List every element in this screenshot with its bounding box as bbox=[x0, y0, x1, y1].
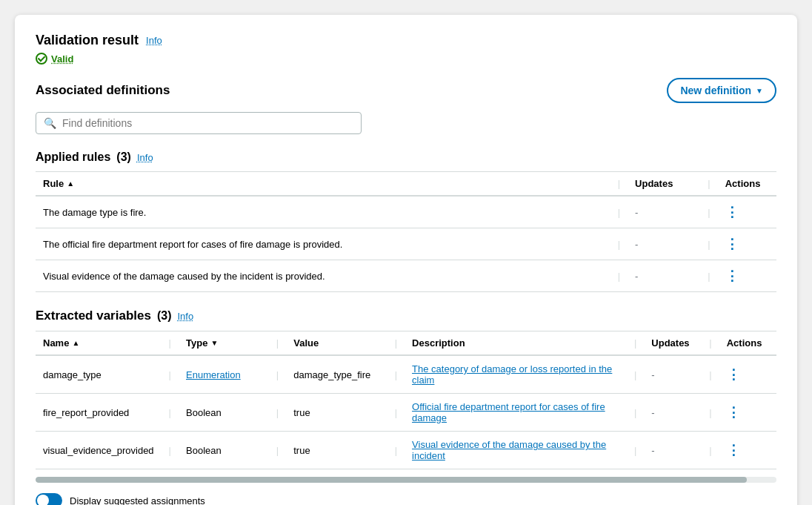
divider-cell: | bbox=[627, 394, 644, 432]
extracted-variables-table: Name ▲ | Type ▼ | Value | Descriptio bbox=[36, 331, 776, 469]
name-sort-up-icon: ▲ bbox=[72, 339, 79, 347]
ev-col-divider-5: | bbox=[702, 331, 719, 356]
updates-cell: - bbox=[628, 260, 700, 292]
name-cell: damage_type bbox=[36, 355, 162, 394]
actions-menu-icon[interactable]: ⋮ bbox=[725, 205, 739, 220]
applied-rules-table: Rule ▲ | Updates | Actions The damage ty… bbox=[36, 171, 776, 292]
display-suggested-toggle[interactable] bbox=[36, 493, 62, 505]
actions-menu-icon[interactable]: ⋮ bbox=[725, 268, 739, 283]
extracted-variables-section: Extracted variables (3) Info Name ▲ | bbox=[36, 308, 776, 469]
actions-cell[interactable]: ⋮ bbox=[718, 260, 776, 292]
updates-cell: - bbox=[628, 228, 700, 260]
divider-cell: | bbox=[700, 228, 717, 260]
divider-cell: | bbox=[610, 228, 628, 260]
col-header-rule: Rule ▲ bbox=[36, 172, 610, 197]
rule-cell: The damage type is fire. bbox=[36, 196, 610, 228]
ev-actions-cell[interactable]: ⋮ bbox=[719, 432, 776, 469]
updates-cell: - bbox=[628, 196, 700, 228]
valid-badge[interactable]: Valid bbox=[36, 53, 776, 65]
table-row: The official fire department report for … bbox=[36, 228, 776, 260]
type-value: Boolean bbox=[186, 407, 222, 418]
ev-updates-cell: - bbox=[644, 432, 702, 469]
applied-rules-count: (3) bbox=[116, 151, 131, 164]
applied-rules-info-link[interactable]: Info bbox=[137, 152, 153, 163]
col-header-ev-actions: Actions bbox=[719, 331, 776, 356]
table-row: damage_type | Enumeration | damage_type_… bbox=[36, 355, 776, 394]
col-header-ev-updates: Updates bbox=[644, 331, 702, 356]
applied-rules-title: Applied rules bbox=[36, 151, 110, 164]
actions-cell[interactable]: ⋮ bbox=[718, 228, 776, 260]
divider-cell: | bbox=[702, 355, 719, 394]
value-cell: damage_type_fire bbox=[286, 355, 387, 394]
extracted-variables-header: Extracted variables (3) Info bbox=[36, 308, 776, 323]
ev-col-divider-2: | bbox=[269, 331, 286, 356]
type-cell: Boolean bbox=[179, 394, 269, 432]
applied-rules-header: Applied rules (3) Info bbox=[36, 151, 776, 164]
description-cell[interactable]: Official fire department report for case… bbox=[405, 394, 627, 432]
divider-cell: | bbox=[700, 196, 717, 228]
description-link[interactable]: The category of damage or loss reported … bbox=[412, 363, 612, 386]
table-row: fire_report_provided | Boolean | true | … bbox=[36, 394, 776, 432]
divider-cell: | bbox=[162, 432, 179, 469]
col-header-name: Name ▲ bbox=[36, 331, 162, 356]
footer-row: Display suggested assignments bbox=[36, 493, 776, 505]
rule-cell: The official fire department report for … bbox=[36, 228, 610, 260]
divider-cell: | bbox=[162, 355, 179, 394]
divider-cell: | bbox=[610, 196, 628, 228]
type-cell: Enumeration bbox=[179, 355, 269, 394]
horizontal-scrollbar[interactable] bbox=[36, 477, 776, 483]
col-header-actions: Actions bbox=[718, 172, 776, 197]
footer-label: Display suggested assignments bbox=[70, 495, 205, 506]
description-link[interactable]: Visual evidence of the damage caused by … bbox=[412, 439, 606, 461]
ev-actions-cell[interactable]: ⋮ bbox=[719, 355, 776, 394]
actions-menu-icon[interactable]: ⋮ bbox=[727, 367, 741, 382]
type-sort-down-icon: ▼ bbox=[210, 339, 218, 347]
search-input[interactable] bbox=[62, 117, 353, 129]
divider-cell: | bbox=[269, 355, 286, 394]
description-link[interactable]: Official fire department report for case… bbox=[412, 401, 605, 423]
divider-cell: | bbox=[700, 260, 717, 292]
name-cell: visual_evidence_provided bbox=[36, 432, 162, 469]
new-definition-button[interactable]: New definition ▼ bbox=[667, 78, 776, 103]
new-definition-label: New definition bbox=[680, 85, 751, 96]
search-icon: 🔍 bbox=[44, 117, 56, 129]
divider-cell: | bbox=[702, 394, 719, 432]
col-header-type: Type ▼ bbox=[179, 331, 269, 356]
col-header-value: Value bbox=[286, 331, 387, 356]
actions-cell[interactable]: ⋮ bbox=[718, 196, 776, 228]
type-link[interactable]: Enumeration bbox=[186, 369, 241, 380]
col-header-updates: Updates bbox=[628, 172, 700, 197]
divider-cell: | bbox=[627, 355, 644, 394]
divider-cell: | bbox=[269, 394, 286, 432]
chevron-down-icon: ▼ bbox=[756, 87, 763, 95]
associated-definitions-header: Associated definitions New definition ▼ bbox=[36, 78, 776, 103]
actions-menu-icon[interactable]: ⋮ bbox=[725, 237, 739, 251]
ev-actions-cell[interactable]: ⋮ bbox=[719, 394, 776, 432]
divider-cell: | bbox=[387, 432, 405, 469]
type-cell: Boolean bbox=[179, 432, 269, 469]
divider-cell: | bbox=[610, 260, 628, 292]
actions-menu-icon[interactable]: ⋮ bbox=[727, 405, 741, 420]
col-header-description: Description bbox=[405, 331, 627, 356]
sort-up-icon: ▲ bbox=[67, 179, 74, 188]
table-row: visual_evidence_provided | Boolean | tru… bbox=[36, 432, 776, 469]
table-row: Visual evidence of the damage caused by … bbox=[36, 260, 776, 292]
extracted-variables-info-link[interactable]: Info bbox=[177, 311, 193, 322]
ev-col-divider-1: | bbox=[162, 331, 179, 356]
divider-cell: | bbox=[387, 355, 405, 394]
col-divider-1: | bbox=[610, 172, 628, 197]
main-card: Validation result Info Valid Associated … bbox=[15, 15, 797, 505]
valid-label: Valid bbox=[51, 53, 73, 65]
name-cell: fire_report_provided bbox=[36, 394, 162, 432]
actions-menu-icon[interactable]: ⋮ bbox=[727, 443, 741, 458]
validation-info-link[interactable]: Info bbox=[146, 35, 162, 46]
value-cell: true bbox=[286, 394, 387, 432]
type-value: Boolean bbox=[186, 445, 222, 456]
col-divider-2: | bbox=[700, 172, 717, 197]
divider-cell: | bbox=[702, 432, 719, 469]
valid-icon bbox=[36, 53, 47, 65]
toggle-knob bbox=[37, 495, 49, 505]
description-cell[interactable]: Visual evidence of the damage caused by … bbox=[405, 432, 627, 469]
ev-updates-cell: - bbox=[644, 355, 702, 394]
description-cell[interactable]: The category of damage or loss reported … bbox=[405, 355, 627, 394]
